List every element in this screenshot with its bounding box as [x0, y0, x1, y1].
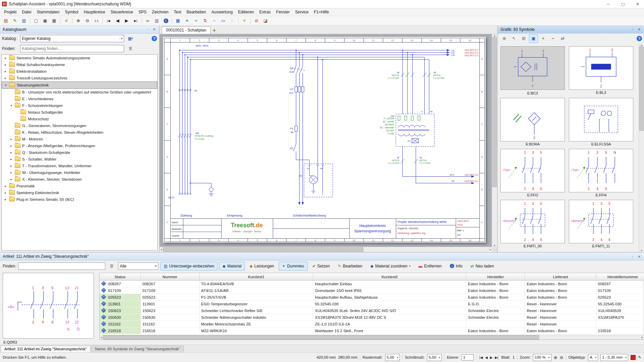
color-swatch[interactable]	[631, 355, 636, 360]
menu-datei[interactable]: Datei	[19, 9, 34, 15]
first-sheet-icon[interactable]: |◀	[479, 355, 483, 360]
symbol-zoom-icon[interactable]: ⊕	[500, 34, 509, 43]
canvas-v-scrollbar[interactable]: ▴▾	[492, 34, 497, 247]
symbol-numbering-icon[interactable]: #	[62, 16, 71, 25]
symbol-remove-icon[interactable]: −	[548, 34, 557, 43]
table-h-scrollbar[interactable]: ◂▸	[100, 335, 644, 340]
table-row[interactable]: 008267008267T0-4-8344/EA/SVBHauptschalte…	[100, 281, 644, 287]
float-panel-icon[interactable]: ▫	[629, 26, 636, 33]
column-header-nummer[interactable]: Nummer	[141, 273, 199, 281]
tree-expander-icon[interactable]: ▸	[4, 198, 7, 201]
table-row[interactable]: 113901113901EGO Temperaturbegrenzer55.32…	[100, 301, 644, 307]
articles-search-input[interactable]	[18, 262, 105, 270]
tree-expander-icon[interactable]: ▸	[4, 184, 7, 188]
close-button[interactable]: ✕	[631, 0, 644, 8]
tree-item[interactable]: ▸W - Übertragungswege, Hohlleiter	[2, 169, 157, 176]
tree-expander-icon[interactable]: ▸	[9, 178, 13, 181]
remove-button[interactable]: ▬Entfernen	[415, 262, 445, 270]
place-button[interactable]: ✔Setzen	[309, 262, 333, 270]
project-database-icon[interactable]: ▥	[19, 16, 29, 25]
tab-symbole[interactable]: Name: 83 Symbole im Zweig "Steuerungstec…	[91, 346, 184, 352]
menu-steuerkreise[interactable]: Steuerkreise	[108, 9, 136, 15]
tree-item[interactable]: ▸Treesoft Leistungsverzeichnis	[2, 75, 157, 81]
panel-view-toggle[interactable]: ▣	[529, 34, 538, 43]
print-icon[interactable]: ▦	[50, 16, 59, 25]
move-icon[interactable]: ⇅	[201, 16, 210, 25]
tree-item[interactable]: G - Generatoren, Stromversorgungen	[2, 122, 157, 129]
column-header-lieferant[interactable]: Lieferant	[525, 273, 596, 281]
insert-point-icon[interactable]: +	[192, 16, 201, 25]
menu-f1-hilfe[interactable]: F1=Hilfe	[311, 9, 332, 15]
menu-projekt[interactable]: Projekt	[1, 9, 19, 15]
tree-expander-icon[interactable]: ▸	[4, 70, 7, 73]
tree-item[interactable]: E - Verschiedenes	[2, 96, 157, 102]
evaluation-icon[interactable]: ▥	[152, 16, 161, 25]
tree-expander-icon[interactable]: ▸	[9, 144, 13, 147]
table-row[interactable]: 025523025523P1-25/ST/SVBHauptschalter Au…	[100, 294, 644, 301]
symbol-add-icon[interactable]: +	[539, 34, 548, 43]
float-panel-icon[interactable]: ▫	[144, 26, 151, 33]
close-panel-icon[interactable]: ✕	[636, 26, 643, 33]
pen-icon[interactable]: ✎	[638, 355, 641, 360]
catalog-search-input[interactable]	[20, 45, 124, 52]
table-row[interactable]: 150623150623Schneider Lichtschranke Refl…	[100, 307, 644, 314]
new-sheet-icon[interactable]: ▢	[32, 16, 41, 25]
material-button[interactable]: ◆Material	[219, 262, 245, 270]
line-width-select[interactable]: 1 - 0,35 mm▾	[600, 354, 628, 361]
tree-expander-icon[interactable]: ▾	[9, 104, 13, 107]
zoom-in-icon[interactable]: ⊕	[74, 16, 83, 25]
tree-item[interactable]: ▾Steuerungstechnik	[2, 81, 157, 89]
catalog-browser-icon[interactable]: ∞	[143, 16, 152, 25]
include-subbranches-button[interactable]: ▥Unterzweige einbeziehen	[160, 262, 218, 270]
tree-expander-icon[interactable]: ▸	[9, 164, 13, 168]
ebene-input[interactable]: 1	[462, 354, 474, 361]
column-header-status[interactable]: Status	[100, 273, 141, 281]
tree-item[interactable]: Notaus Schaltgeräte	[2, 109, 157, 116]
service-key-icon[interactable]: ✦	[240, 16, 249, 25]
symbols-reload-icon[interactable]: ⇄	[558, 34, 567, 43]
project-new-icon[interactable]: ▤	[1, 16, 10, 25]
menu-hauptkreise[interactable]: Hauptkreise	[81, 9, 108, 15]
maximize-button[interactable]: ▢	[616, 0, 629, 8]
lasso-icon[interactable]: ◌	[228, 16, 237, 25]
tree-expander-icon[interactable]: ▸	[9, 158, 13, 161]
trash-icon[interactable]	[107, 262, 116, 270]
symbol-card-e-fmti-11[interactable]: «Bereich»135246	[569, 200, 633, 243]
zoom-out-icon[interactable]: ⊖	[83, 16, 92, 25]
menu-editieren[interactable]: Editieren	[235, 9, 257, 15]
tree-item[interactable]: ▸Plug-in Siemens Simatic S5 (IEC)	[2, 196, 157, 203]
menu-auswertung[interactable]: Auswertung	[209, 9, 235, 15]
curve-icon[interactable]: ~	[210, 16, 219, 25]
symbol-card-e-bc3[interactable]: 132	[500, 46, 565, 90]
tree-item[interactable]: ▸T - Transformatoren, Wandler, Umformer	[2, 163, 157, 169]
minimize-button[interactable]: ─	[602, 0, 614, 8]
menu-text[interactable]: Text	[171, 9, 184, 15]
tab-artikel[interactable]: Artikel: 111 Artikel im Zweig "Steuerung…	[1, 346, 91, 352]
parts-list-icon[interactable]: ▦	[173, 16, 182, 25]
canvas-h-scrollbar[interactable]: ◂▸	[160, 247, 492, 252]
assign-material-button[interactable]: ◆Material zuordnen▾	[367, 262, 414, 270]
symbol-grid-icon[interactable]: ⊞	[519, 34, 528, 43]
print-preview-icon[interactable]: ▣	[41, 16, 50, 25]
menu-fenster[interactable]: Fenster	[273, 9, 292, 15]
menu-symbol[interactable]: Symbol	[62, 9, 81, 15]
help-icon[interactable]: ?	[152, 36, 157, 41]
info-button[interactable]: iInfo	[446, 262, 466, 270]
menu-extras[interactable]: Extras	[257, 9, 273, 15]
tree-item[interactable]: ▸M - Motoren	[2, 136, 157, 142]
eraser-icon[interactable]: ◪	[261, 16, 270, 25]
column-header-kurztext2[interactable]: Kurztext2	[313, 273, 466, 281]
zoom-original-icon[interactable]: 1:1	[92, 16, 101, 25]
table-row[interactable]: 216518216518M22-WRK/K10Wahltaster 1S 2 S…	[100, 327, 644, 334]
symbol-card-e-ffi4[interactable]: «Typ»135N246	[569, 149, 633, 192]
tree-item[interactable]: K - Relais, Hilfsschütze, Steuer-/Regele…	[2, 129, 157, 136]
close-panel-icon[interactable]: ✕	[636, 253, 643, 259]
tree-item[interactable]: ▸Spelsberg Elektrotechnik	[2, 189, 157, 196]
tree-item[interactable]: ▸X - Klemmen, Stecker, Steckdosen	[2, 176, 157, 183]
column-header-hersteller[interactable]: Hersteller	[466, 273, 525, 281]
close-panel-icon[interactable]: ✕	[151, 26, 158, 33]
tree-expander-icon[interactable]: ▾	[4, 83, 8, 87]
catalog-menu-button[interactable]: ▦▾	[126, 35, 135, 43]
stop-icon[interactable]: ⊘	[252, 16, 261, 25]
schritt-select[interactable]: 5,00▾	[427, 354, 442, 361]
